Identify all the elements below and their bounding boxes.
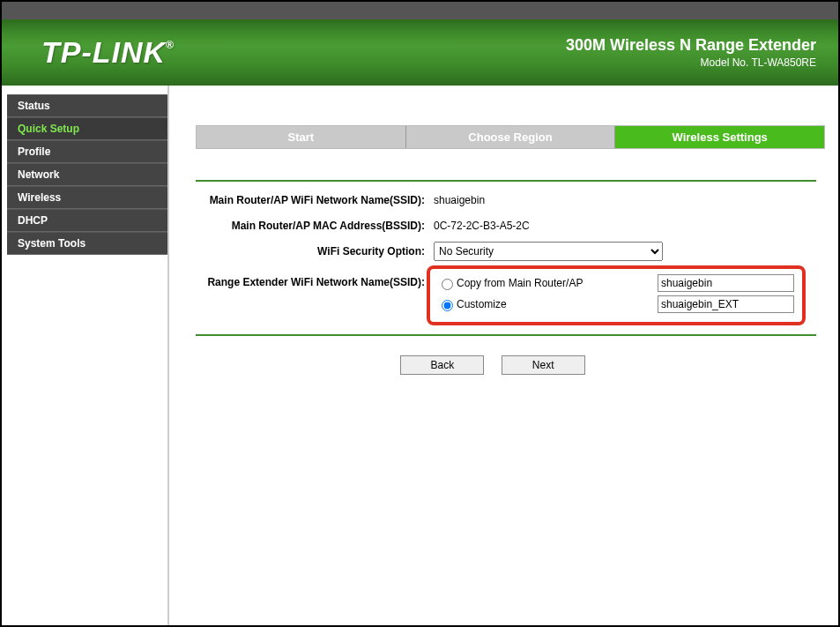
header: TP-LINK® 300M Wireless N Range Extender … xyxy=(2,2,838,86)
nav-system-tools[interactable]: System Tools xyxy=(7,232,167,255)
step-choose-region[interactable]: Choose Region xyxy=(406,126,616,148)
label-bssid: Main Router/AP MAC Address(BSSID): xyxy=(196,220,434,232)
select-security-option[interactable]: No Security xyxy=(434,242,663,261)
step-wireless-settings[interactable]: Wireless Settings xyxy=(615,126,824,148)
label-security: WiFi Security Option: xyxy=(196,245,434,258)
nav-network[interactable]: Network xyxy=(7,163,167,186)
section-divider-bottom xyxy=(196,334,816,336)
step-start[interactable]: Start xyxy=(197,126,406,148)
model-number: Model No. TL-WA850RE xyxy=(566,56,816,69)
section-divider xyxy=(196,180,816,182)
nav-wireless[interactable]: Wireless xyxy=(7,186,167,209)
main-content: Start Choose Region Wireless Settings Ma… xyxy=(169,86,838,625)
value-main-ssid: shuaigebin xyxy=(434,194,485,206)
ssid-mode-highlight: Copy from Main Router/AP Customize xyxy=(427,265,806,325)
label-main-ssid: Main Router/AP WiFi Network Name(SSID): xyxy=(196,194,434,206)
value-bssid: 0C-72-2C-B3-A5-2C xyxy=(434,220,530,232)
radio-customize[interactable] xyxy=(442,300,453,311)
product-title: 300M Wireless N Range Extender xyxy=(566,36,816,55)
label-extender-ssid: Range Extender WiFi Network Name(SSID): xyxy=(196,267,434,288)
nav-quick-setup[interactable]: Quick Setup xyxy=(7,117,167,140)
header-right: 300M Wireless N Range Extender Model No.… xyxy=(566,36,816,69)
button-row: Back Next xyxy=(196,355,790,375)
back-button[interactable]: Back xyxy=(400,355,484,375)
sidebar: Status Quick Setup Profile Network Wirel… xyxy=(2,86,169,625)
brand-logo: TP-LINK® xyxy=(41,35,175,70)
nav-dhcp[interactable]: DHCP xyxy=(7,209,167,232)
radio-customize-label[interactable]: Customize xyxy=(437,297,658,311)
nav-status[interactable]: Status xyxy=(7,94,167,117)
next-button[interactable]: Next xyxy=(502,355,585,375)
radio-copy[interactable] xyxy=(442,279,453,290)
nav-profile[interactable]: Profile xyxy=(7,140,167,163)
input-copy-ssid[interactable] xyxy=(658,274,794,292)
wizard-steps: Start Choose Region Wireless Settings xyxy=(196,125,825,149)
input-custom-ssid[interactable] xyxy=(658,295,794,313)
radio-copy-label[interactable]: Copy from Main Router/AP xyxy=(437,276,658,290)
